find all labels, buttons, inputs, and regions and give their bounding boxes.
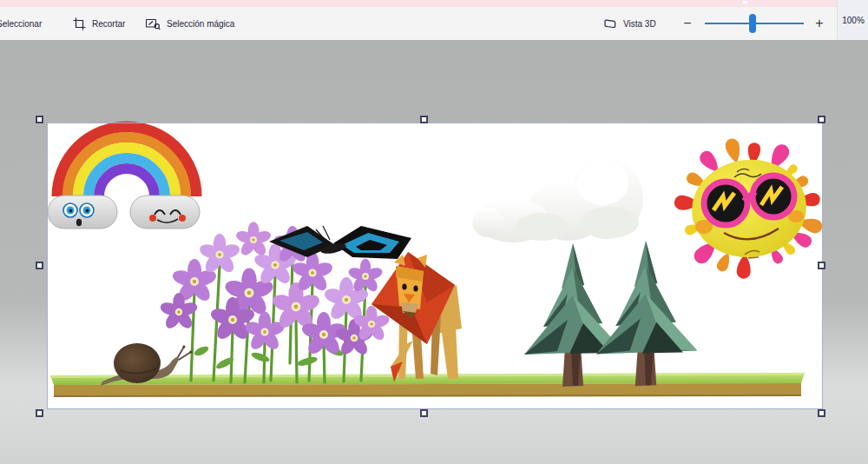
pine-tree-right[interactable]: [596, 241, 697, 386]
view-3d-label: Vista 3D: [623, 19, 656, 29]
magic-select-label: Selección mágica: [167, 19, 234, 29]
white-cloud[interactable]: [472, 157, 643, 242]
rainbow[interactable]: [48, 127, 200, 229]
zoom-slider[interactable]: [705, 7, 804, 40]
select-button[interactable]: Seleccionar: [0, 7, 42, 40]
view-3d-icon: [602, 17, 617, 30]
crop-button[interactable]: Recortar: [73, 7, 125, 40]
sun[interactable]: [674, 137, 824, 280]
scene: [47, 96, 823, 435]
selection-handle-bottom-right[interactable]: [818, 409, 825, 417]
zoom-slider-thumb[interactable]: [749, 14, 756, 33]
pine-tree-left[interactable]: [524, 243, 623, 387]
zoom-out-button[interactable]: −: [677, 13, 698, 34]
selection-handle-bottom-middle[interactable]: [420, 409, 428, 417]
crop-icon: [73, 17, 86, 30]
selection-handle-middle-left[interactable]: [36, 262, 43, 269]
select-label: Seleccionar: [0, 19, 42, 29]
zoom-level-button[interactable]: 100%: [837, 0, 868, 40]
rainbow-cloud-left: [48, 196, 117, 229]
selection-handle-top-right[interactable]: [818, 116, 825, 123]
toolbar: Seleccionar Recortar Selección mágica Vi…: [0, 7, 868, 41]
workspace: [0, 40, 868, 464]
selection-handle-top-left[interactable]: [36, 116, 43, 123]
titlebar-accent-strip: [0, 0, 868, 7]
zoom-in-button[interactable]: +: [809, 13, 830, 34]
rainbow-cloud-right: [130, 196, 200, 229]
view-3d-button[interactable]: Vista 3D: [602, 7, 656, 40]
selection-handle-top-middle[interactable]: [420, 116, 428, 123]
zoom-slider-center-notch: [743, 1, 747, 3]
crop-label: Recortar: [92, 19, 125, 29]
magic-select-button[interactable]: Selección mágica: [146, 7, 234, 40]
selection-handle-middle-right[interactable]: [818, 262, 825, 269]
magic-select-icon: [146, 17, 161, 30]
selection-handle-bottom-left[interactable]: [36, 409, 43, 417]
